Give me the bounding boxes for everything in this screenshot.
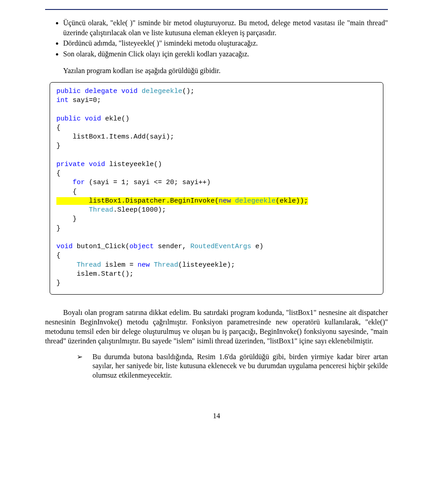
highlighted-code: listBox1.Dispatcher.BeginInvoke(new dele…: [56, 197, 308, 205]
code-text: listeyeekle(): [105, 161, 162, 168]
arrow-list: ➢ Bu durumda butona basıldığında, Resim …: [45, 352, 388, 380]
code-text: }: [56, 225, 60, 232]
code-type: delegeekle: [138, 88, 182, 95]
code-text: ();: [182, 88, 194, 95]
page-number: 14: [45, 412, 388, 420]
code-type: Thread: [56, 261, 101, 269]
code-text: {: [56, 252, 60, 259]
code-keyword: for: [56, 179, 85, 186]
code-type: RoutedEventArgs: [190, 243, 251, 250]
code-text: ekle(): [101, 115, 129, 123]
code-keyword: void: [85, 161, 105, 168]
code-keyword: public: [56, 115, 81, 123]
code-text: (listeyeekle);: [178, 261, 235, 269]
list-item: Üçüncü olarak, "ekle( )" isminde bir met…: [63, 18, 388, 37]
code-keyword: void: [56, 243, 73, 250]
intro-paragraph: Yazılan program kodları ise aşağıda görü…: [45, 66, 388, 76]
code-keyword: int: [56, 97, 69, 104]
code-text: .Sleep(1000);: [113, 206, 166, 214]
code-text: buton1_Click(: [73, 243, 129, 250]
code-block: public delegate void delegeekle(); int s…: [50, 82, 383, 295]
code-text: sender,: [154, 243, 190, 250]
code-text: (ekle));: [276, 197, 308, 205]
arrow-item-text: Bu durumda butona basıldığında, Resim 1.…: [92, 352, 388, 380]
code-keyword: private: [56, 161, 85, 168]
code-keyword: public: [56, 88, 81, 95]
code-text: {: [56, 188, 77, 196]
code-text: listBox1.Dispatcher.BeginInvoke(: [56, 197, 219, 205]
code-text: islem.Start();: [56, 270, 134, 278]
code-text: {: [56, 170, 60, 177]
code-keyword: new: [138, 261, 150, 269]
code-keyword: object: [129, 243, 154, 250]
code-type: Thread: [150, 261, 178, 269]
arrow-icon: ➢: [77, 352, 83, 362]
code-keyword: new: [219, 197, 231, 205]
list-item: Dördüncü adımda, "listeyeekle( )" ismind…: [63, 38, 388, 48]
body-paragraph: Boyalı olan program satırına dikkat edel…: [45, 308, 388, 346]
code-type: delegeekle: [231, 197, 276, 205]
code-text: islem =: [101, 261, 138, 269]
code-keyword: void: [117, 88, 138, 95]
code-keyword: delegate: [81, 88, 117, 95]
code-text: sayi=0;: [69, 97, 101, 104]
code-text: {: [56, 124, 60, 132]
code-text: (sayi = 1; sayi <= 20; sayi++): [85, 179, 211, 186]
top-rule: [45, 9, 388, 10]
code-text: }: [56, 215, 77, 223]
list-item: Son olarak, düğmenin Click olayı için ge…: [63, 49, 388, 59]
code-text: e): [251, 243, 263, 250]
bullet-list: Üçüncü olarak, "ekle( )" isminde bir met…: [63, 18, 388, 59]
code-text: }: [56, 142, 60, 150]
code-keyword: void: [81, 115, 101, 123]
code-text: listBox1.Items.Add(sayi);: [56, 133, 174, 141]
code-type: Thread: [56, 206, 113, 214]
code-text: }: [56, 279, 60, 287]
